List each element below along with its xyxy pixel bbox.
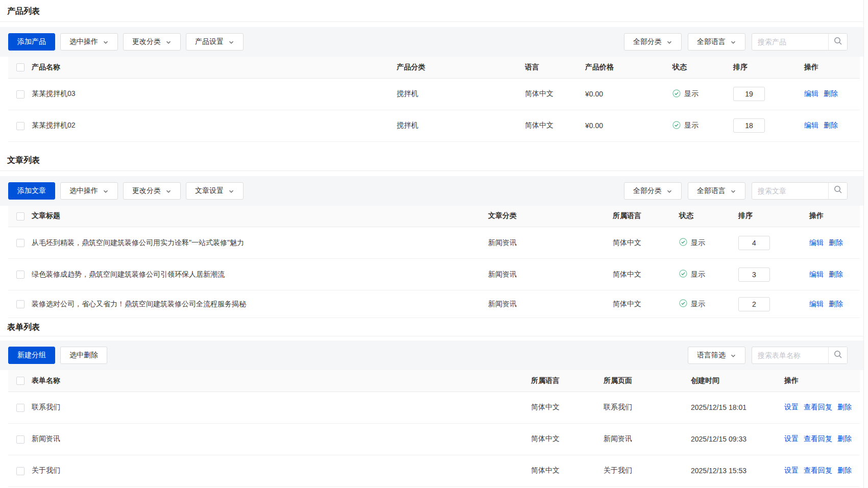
bulk-action-label: 选中操作 (69, 186, 98, 196)
form-page: 联系我们 (604, 392, 691, 423)
form-toolbar: 新建分组 选中删除 语言筛选 (0, 340, 868, 370)
row-checkbox[interactable] (16, 239, 25, 247)
delete-link[interactable]: 删除 (829, 300, 843, 308)
add-article-button[interactable]: 添加文章 (8, 182, 55, 200)
edit-link[interactable]: 编辑 (804, 121, 818, 129)
row-checkbox[interactable] (16, 90, 25, 99)
sort-input[interactable] (733, 118, 765, 133)
form-language: 简体中文 (531, 423, 604, 455)
chevron-down-icon (228, 39, 234, 45)
check-circle-icon (672, 89, 681, 99)
sort-input[interactable] (733, 87, 765, 101)
settings-link[interactable]: 设置 (784, 434, 799, 443)
view-replies-link[interactable]: 查看回复 (804, 403, 832, 411)
delete-link[interactable]: 删除 (829, 238, 843, 247)
form-created: 2025/12/13 15:53 (691, 455, 784, 486)
change-category-dropdown[interactable]: 更改分类 (123, 182, 181, 200)
article-toolbar-right: 全部分类 全部语言 (624, 182, 848, 200)
edit-link[interactable]: 编辑 (809, 238, 824, 247)
row-checkbox[interactable] (16, 300, 25, 308)
language-filter-label: 语言筛选 (697, 351, 726, 360)
product-toolbar: 添加产品 选中操作 更改分类 产品设置 全部分类 全部语言 (0, 27, 868, 57)
product-section: 产品列表 添加产品 选中操作 更改分类 产品设置 全部分类 (0, 0, 868, 142)
row-checkbox[interactable] (16, 467, 25, 475)
delete-link[interactable]: 删除 (837, 434, 852, 443)
language-filter-dropdown[interactable]: 语言筛选 (688, 347, 745, 364)
new-group-button[interactable]: 新建分组 (8, 347, 55, 364)
form-search-input[interactable] (752, 347, 828, 363)
product-language: 简体中文 (525, 78, 585, 110)
sort-input[interactable] (738, 297, 770, 311)
edit-link[interactable]: 编辑 (809, 270, 824, 278)
form-language: 简体中文 (531, 455, 604, 486)
select-all-checkbox[interactable] (16, 63, 25, 71)
settings-link[interactable]: 设置 (784, 466, 799, 474)
chevron-down-icon (730, 39, 736, 45)
article-language: 简体中文 (613, 259, 679, 290)
row-checkbox[interactable] (16, 404, 25, 412)
view-replies-link[interactable]: 查看回复 (804, 434, 832, 443)
article-toolbar: 添加文章 选中操作 更改分类 文章设置 全部分类 全部语言 (0, 176, 868, 206)
chevron-down-icon (165, 39, 172, 45)
select-all-checkbox[interactable] (16, 212, 25, 221)
delete-link[interactable]: 删除 (837, 403, 852, 411)
delete-link[interactable]: 删除 (829, 270, 843, 278)
category-filter-dropdown[interactable]: 全部分类 (624, 182, 682, 200)
row-checkbox[interactable] (16, 122, 25, 130)
language-filter-dropdown[interactable]: 全部语言 (688, 182, 745, 200)
article-category: 新闻资讯 (488, 227, 613, 259)
delete-link[interactable]: 删除 (837, 466, 852, 474)
view-replies-link[interactable]: 查看回复 (804, 466, 832, 474)
add-product-button[interactable]: 添加产品 (8, 33, 55, 51)
delete-link[interactable]: 删除 (824, 89, 838, 97)
bulk-action-dropdown[interactable]: 选中操作 (60, 182, 118, 200)
search-button[interactable] (828, 347, 847, 363)
chevron-down-icon (228, 188, 234, 194)
product-settings-dropdown[interactable]: 产品设置 (186, 33, 244, 51)
status-label: 显示 (684, 89, 698, 99)
language-filter-dropdown[interactable]: 全部语言 (688, 33, 745, 51)
search-icon (833, 350, 843, 361)
col-actions: 操作 (784, 370, 860, 392)
category-filter-label: 全部分类 (633, 186, 662, 196)
article-list-title: 文章列表 (0, 149, 868, 171)
article-search-input[interactable] (752, 183, 828, 199)
new-group-label: 新建分组 (17, 351, 46, 360)
change-category-dropdown[interactable]: 更改分类 (123, 33, 181, 51)
edit-link[interactable]: 编辑 (804, 89, 818, 97)
search-button[interactable] (828, 34, 847, 50)
table-row: 某某搅拌机02 搅拌机 简体中文 ¥0.00 显示 编辑删除 (8, 110, 860, 141)
sort-input[interactable] (738, 236, 770, 250)
form-toolbar-left: 新建分组 选中删除 (8, 347, 107, 364)
product-search-input[interactable] (752, 34, 828, 50)
bulk-action-dropdown[interactable]: 选中操作 (60, 33, 118, 51)
product-table-header: 产品名称 产品分类 语言 产品价格 状态 排序 操作 (8, 57, 860, 78)
col-product-name: 产品名称 (32, 57, 397, 78)
select-all-checkbox[interactable] (16, 377, 25, 385)
delete-selected-button[interactable]: 选中删除 (60, 347, 107, 364)
row-checkbox[interactable] (16, 435, 25, 444)
form-toolbar-right: 语言筛选 (688, 347, 848, 364)
status-badge: 显示 (679, 270, 705, 279)
article-category: 新闻资讯 (488, 290, 613, 318)
table-row: 新闻资讯 简体中文 新闻资讯 2025/12/15 09:33 设置查看回复删除 (8, 423, 860, 455)
product-category: 搅拌机 (397, 110, 525, 141)
article-settings-dropdown[interactable]: 文章设置 (186, 182, 244, 200)
chevron-down-icon (103, 39, 109, 45)
product-name: 某某搅拌机03 (32, 78, 397, 110)
search-button[interactable] (828, 183, 847, 199)
article-category: 新闻资讯 (488, 259, 613, 290)
settings-link[interactable]: 设置 (784, 403, 799, 411)
scrollbar-track[interactable] (863, 0, 868, 488)
product-price: ¥0.00 (585, 78, 672, 110)
form-language: 简体中文 (531, 392, 604, 423)
delete-link[interactable]: 删除 (824, 121, 838, 129)
status-badge: 显示 (679, 299, 705, 309)
category-filter-dropdown[interactable]: 全部分类 (624, 33, 682, 51)
edit-link[interactable]: 编辑 (809, 300, 824, 308)
row-checkbox[interactable] (16, 271, 25, 279)
status-badge: 显示 (672, 121, 698, 131)
article-title: 绿色装修成趋势，鼎筑空间建筑装修公司引领环保人居新潮流 (32, 259, 488, 290)
table-row: 绿色装修成趋势，鼎筑空间建筑装修公司引领环保人居新潮流 新闻资讯 简体中文 显示… (8, 259, 860, 290)
sort-input[interactable] (738, 267, 770, 282)
